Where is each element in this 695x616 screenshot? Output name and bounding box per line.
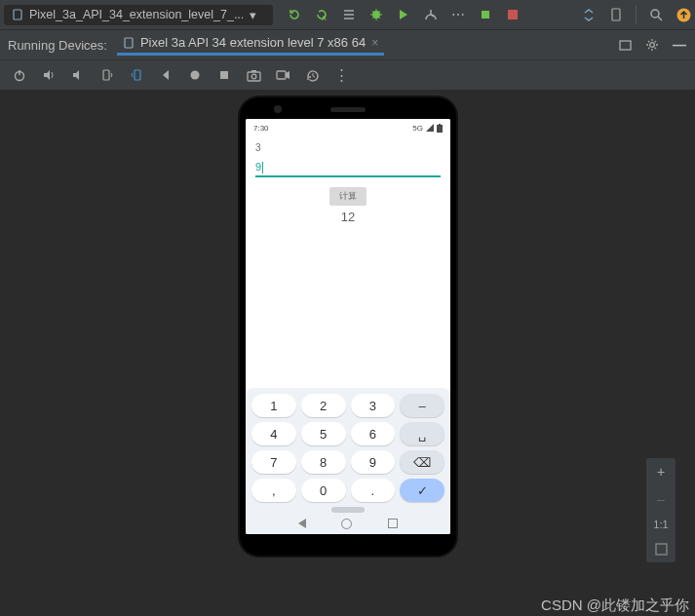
key-comma[interactable]: ,	[251, 479, 296, 502]
zoom-panel: + – 1:1	[646, 458, 676, 562]
emulator-device: 7:30 5G 3 9 计算 12 1	[240, 97, 456, 556]
history-icon[interactable]	[304, 67, 320, 83]
nav-back-icon[interactable]	[298, 519, 306, 528]
search-icon[interactable]	[648, 7, 664, 22]
svg-rect-4	[508, 10, 518, 19]
key-8[interactable]: 8	[301, 450, 346, 474]
key-7[interactable]: 7	[251, 450, 296, 474]
key-dot[interactable]: .	[351, 479, 396, 502]
signal-icon	[426, 124, 434, 132]
result-text: 12	[255, 210, 441, 224]
svg-rect-13	[135, 70, 140, 80]
volume-up-icon[interactable]	[41, 67, 57, 83]
svg-rect-18	[251, 70, 256, 72]
status-time: 7:30	[253, 124, 269, 133]
svg-text:A: A	[322, 15, 327, 21]
nav-home-icon[interactable]	[341, 519, 352, 529]
back-icon[interactable]	[158, 67, 174, 83]
status-network: 5G	[412, 124, 423, 133]
svg-rect-0	[14, 10, 21, 19]
restart-icon[interactable]	[287, 7, 302, 22]
device-manager-icon[interactable]	[608, 7, 624, 22]
dropdown-caret-icon: ▾	[250, 8, 256, 22]
sync-icon[interactable]	[581, 7, 597, 22]
key-4[interactable]: 4	[251, 422, 296, 445]
list-icon[interactable]	[341, 7, 357, 22]
key-dash[interactable]: –	[400, 394, 444, 417]
svg-rect-21	[439, 124, 441, 125]
svg-rect-9	[620, 41, 631, 50]
svg-rect-20	[437, 125, 443, 133]
key-1[interactable]: 1	[251, 394, 296, 417]
watermark-text: CSDN @此镂加之乎你	[541, 597, 689, 615]
svg-point-17	[251, 74, 256, 79]
soft-keyboard: 1 2 3 – 4 5 6 ␣ 7 8 9 ⌫ ,	[246, 388, 450, 534]
device-icon	[12, 9, 23, 20]
svg-rect-16	[248, 72, 260, 81]
run-config-name: Pixel_3a_API_34_extension_level_7_...	[29, 8, 244, 21]
nav-bar	[251, 515, 444, 532]
zoom-out-button[interactable]: –	[657, 491, 665, 507]
tab-device-label: Pixel 3a API 34 extension level 7 x86 64	[140, 35, 366, 50]
key-9[interactable]: 9	[351, 450, 396, 474]
svg-rect-3	[482, 11, 489, 19]
input-2-value: 9	[255, 161, 261, 173]
device-screen[interactable]: 7:30 5G 3 9 计算 12 1	[246, 119, 450, 534]
updates-icon[interactable]	[676, 7, 691, 22]
keyboard-handle[interactable]	[331, 507, 365, 513]
key-done[interactable]: ✓	[400, 479, 444, 502]
input-1-value[interactable]: 3	[255, 142, 441, 153]
speaker	[330, 107, 366, 112]
run-config-dropdown[interactable]: Pixel_3a_API_34_extension_level_7_... ▾	[4, 5, 273, 25]
more-vert-icon[interactable]: ⋮	[333, 67, 349, 83]
svg-rect-19	[277, 71, 286, 79]
status-bar: 7:30 5G	[246, 119, 450, 136]
record-icon[interactable]	[275, 67, 290, 83]
svg-rect-5	[612, 9, 620, 20]
key-3[interactable]: 3	[351, 394, 396, 417]
home-icon[interactable]	[187, 67, 203, 83]
stop-icon[interactable]	[505, 7, 521, 22]
svg-rect-12	[103, 70, 109, 80]
svg-rect-15	[220, 71, 228, 79]
minimize-icon[interactable]: —	[672, 37, 687, 53]
zoom-in-button[interactable]: +	[657, 464, 665, 480]
screenshot-icon[interactable]	[246, 67, 261, 83]
svg-point-14	[191, 71, 200, 80]
running-devices-label: Running Devices:	[8, 38, 107, 53]
key-5[interactable]: 5	[301, 422, 346, 445]
calculate-button[interactable]: 计算	[329, 187, 367, 206]
close-icon[interactable]: ×	[371, 36, 378, 50]
svg-point-10	[650, 43, 655, 48]
text-cursor	[262, 162, 263, 173]
overview-icon[interactable]	[216, 67, 232, 83]
zoom-fit-icon[interactable]	[654, 542, 669, 557]
key-6[interactable]: 6	[351, 422, 396, 445]
svg-rect-8	[125, 38, 133, 48]
svg-rect-22	[656, 544, 667, 555]
power-icon[interactable]	[12, 67, 27, 83]
zoom-actual-button[interactable]: 1:1	[653, 519, 668, 530]
rotate-left-icon[interactable]	[99, 67, 115, 83]
restart-with-icon[interactable]: A	[314, 7, 329, 22]
nav-overview-icon[interactable]	[388, 519, 398, 528]
key-backspace[interactable]: ⌫	[400, 450, 444, 474]
svg-point-6	[651, 10, 659, 18]
tab-device[interactable]: Pixel 3a API 34 extension level 7 x86 64…	[117, 34, 384, 56]
attach-debug-icon[interactable]	[478, 7, 493, 22]
run-icon[interactable]	[396, 7, 411, 22]
profile-icon[interactable]	[423, 7, 439, 22]
key-space[interactable]: ␣	[400, 422, 444, 445]
window-icon[interactable]	[617, 37, 633, 53]
camera-dot	[274, 105, 282, 113]
input-2-field[interactable]: 9	[255, 161, 441, 177]
rotate-right-icon[interactable]	[129, 67, 144, 83]
gear-icon[interactable]	[644, 37, 660, 53]
debug-icon[interactable]	[368, 7, 384, 22]
battery-icon	[437, 124, 443, 133]
key-0[interactable]: 0	[301, 479, 346, 502]
volume-down-icon[interactable]	[70, 67, 86, 83]
key-2[interactable]: 2	[301, 394, 346, 417]
phone-icon	[123, 37, 135, 49]
more-icon[interactable]: ⋯	[450, 7, 466, 22]
